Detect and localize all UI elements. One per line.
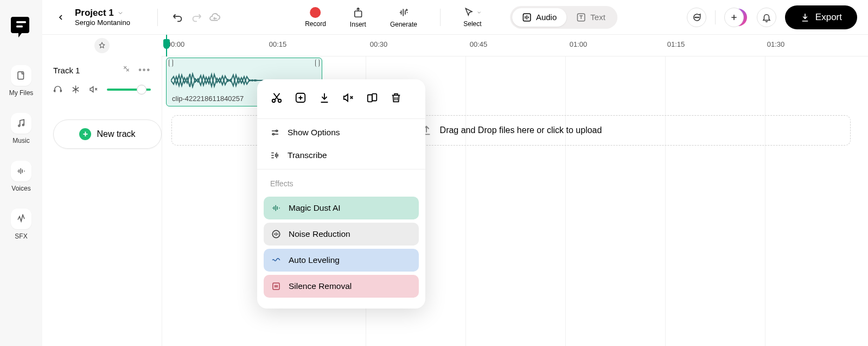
sidebar-label: Voices xyxy=(11,185,30,192)
svg-point-12 xyxy=(278,99,282,103)
svg-rect-14 xyxy=(368,95,372,102)
svg-rect-15 xyxy=(372,94,376,101)
mode-audio-label: Audio xyxy=(536,12,557,22)
insert-label: Insert xyxy=(350,21,366,28)
sidebar-item-voices[interactable]: Voices xyxy=(11,161,31,192)
svg-point-9 xyxy=(697,17,698,18)
effect-label: Silence Removal xyxy=(289,281,352,291)
voices-icon xyxy=(11,161,31,181)
headphones-button[interactable] xyxy=(53,85,62,94)
effect-silence-removal[interactable]: Silence Removal xyxy=(264,275,419,298)
chevron-down-icon xyxy=(117,10,124,16)
clip-trim-right[interactable] xyxy=(315,59,320,67)
plus-icon: + xyxy=(79,128,91,140)
svg-point-3 xyxy=(18,125,20,127)
svg-rect-5 xyxy=(354,11,361,17)
tick: 01:15 xyxy=(667,40,685,48)
add-collaborator-button[interactable] xyxy=(724,8,744,27)
divider xyxy=(440,9,441,26)
export-label: Export xyxy=(815,12,842,23)
tick: 00:30 xyxy=(370,40,388,48)
track-header: Track 1 ••• xyxy=(42,56,162,109)
cloud-sync-button[interactable] xyxy=(206,8,224,27)
record-icon xyxy=(310,7,321,18)
insert-button[interactable]: Insert xyxy=(338,7,378,28)
show-options-label: Show Options xyxy=(288,128,340,137)
cursor-icon xyxy=(463,7,474,18)
mode-text-label: Text xyxy=(590,12,605,22)
track-more-button[interactable]: ••• xyxy=(138,65,151,75)
tick: 00:45 xyxy=(470,40,488,48)
svg-rect-0 xyxy=(16,21,26,23)
clip-context-menu: Show Options Transcribe Effects Magic Du… xyxy=(257,79,425,309)
dropzone-text: Drag and Drop files here or click to upl… xyxy=(440,125,602,135)
track-fx-button[interactable] xyxy=(122,65,131,75)
music-icon xyxy=(11,113,31,134)
snowflake-button[interactable] xyxy=(71,85,80,94)
effect-auto-leveling[interactable]: Auto Leveling xyxy=(264,249,419,272)
timeline-ruler[interactable]: 00:00 00:15 00:30 00:45 01:00 01:15 01:3… xyxy=(162,35,868,56)
mode-toggle: Audio Text xyxy=(510,6,617,29)
effect-magic-dust[interactable]: Magic Dust AI xyxy=(264,197,419,219)
clip-name: clip-422218611840257 xyxy=(172,95,244,103)
comments-button[interactable] xyxy=(687,8,706,27)
audio-icon xyxy=(522,12,532,22)
effect-label: Auto Leveling xyxy=(289,255,340,265)
project-title[interactable]: Project 1 xyxy=(75,8,130,18)
transcribe-icon xyxy=(270,150,280,160)
export-button[interactable]: Export xyxy=(785,5,857,29)
pin-button[interactable] xyxy=(94,38,110,53)
undo-button[interactable] xyxy=(169,8,187,27)
app-logo[interactable] xyxy=(10,16,32,38)
show-options-item[interactable]: Show Options xyxy=(257,121,425,144)
sidebar-item-sfx[interactable]: SFX xyxy=(11,209,31,240)
sparkle-wave-icon xyxy=(271,203,281,213)
mute-button[interactable] xyxy=(89,85,98,94)
insert-icon xyxy=(352,7,364,18)
divider xyxy=(157,9,158,26)
svg-rect-2 xyxy=(18,72,24,79)
delete-button[interactable] xyxy=(386,88,406,108)
sfx-icon xyxy=(11,209,31,229)
project-title-text: Project 1 xyxy=(75,8,114,18)
tick: 01:00 xyxy=(570,40,588,48)
add-button[interactable] xyxy=(291,88,310,108)
svg-point-8 xyxy=(695,17,696,18)
cut-button[interactable] xyxy=(267,88,286,108)
svg-point-10 xyxy=(698,17,699,18)
sliders-icon xyxy=(270,128,280,137)
svg-point-16 xyxy=(276,130,278,132)
svg-point-11 xyxy=(272,99,276,103)
tick: 01:30 xyxy=(767,40,785,48)
effect-label: Magic Dust AI xyxy=(289,203,341,213)
mode-text-button[interactable]: Text xyxy=(566,8,615,27)
record-label: Record xyxy=(305,20,326,28)
mode-audio-button[interactable]: Audio xyxy=(512,8,566,27)
duplicate-button[interactable] xyxy=(362,88,382,108)
project-user: Sergio Montanino xyxy=(75,18,130,27)
clip-trim-left[interactable] xyxy=(169,59,173,67)
back-button[interactable] xyxy=(53,10,68,25)
sidebar-item-music[interactable]: Music xyxy=(11,113,31,144)
sidebar-label: My Files xyxy=(9,89,34,97)
download-button[interactable] xyxy=(315,88,334,108)
record-button[interactable]: Record xyxy=(293,7,338,28)
sidebar-label: Music xyxy=(12,137,29,144)
mute-clip-button[interactable] xyxy=(339,88,358,108)
sidebar-item-my-files[interactable]: My Files xyxy=(9,65,34,97)
new-track-button[interactable]: + New track xyxy=(53,119,162,149)
transcribe-item[interactable]: Transcribe xyxy=(257,144,425,167)
text-icon xyxy=(576,12,586,22)
svg-rect-1 xyxy=(16,26,23,28)
select-button[interactable]: Select xyxy=(451,7,494,28)
separator xyxy=(257,118,425,119)
generate-button[interactable]: Generate xyxy=(378,7,429,28)
generate-label: Generate xyxy=(390,21,417,28)
volume-slider[interactable] xyxy=(107,89,151,91)
noise-icon xyxy=(271,229,281,239)
effects-section-label: Effects xyxy=(257,172,425,193)
redo-button[interactable] xyxy=(187,8,206,27)
effect-noise-reduction[interactable]: Noise Reduction xyxy=(264,223,419,246)
notifications-button[interactable] xyxy=(757,8,776,27)
chevron-down-icon xyxy=(476,10,482,15)
